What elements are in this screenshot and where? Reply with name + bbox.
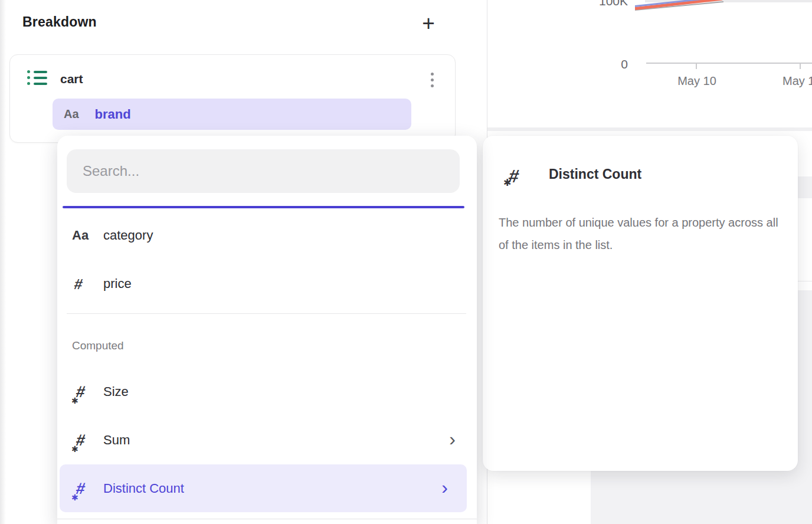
computed-number-icon: #✱ (72, 479, 93, 499)
group-name-cart[interactable]: cart (60, 72, 83, 86)
dropdown-footer-divider (57, 519, 477, 519)
computed-section-header: Computed (72, 339, 124, 352)
x-axis-label-may1x: May 1 (782, 74, 812, 88)
text-type-icon: Aa (72, 228, 89, 243)
x-axis-tick (800, 63, 801, 69)
tooltip-description: The number of unique values for a proper… (499, 211, 783, 256)
add-breakdown-button[interactable]: + (415, 12, 441, 37)
dropdown-item-size[interactable]: #✱ Size (57, 368, 477, 416)
dropdown-item-category[interactable]: Aa category (57, 211, 477, 260)
dropdown-item-distinct-count[interactable]: #✱ Distinct Count › (60, 464, 467, 512)
dropdown-section-divider (67, 313, 466, 314)
chevron-right-icon: › (441, 477, 448, 499)
x-axis-line (646, 63, 812, 64)
x-axis-tick (696, 63, 697, 69)
search-input[interactable] (67, 149, 460, 193)
text-property-icon: Aa (64, 107, 79, 121)
tooltip-title: Distinct Count (549, 166, 641, 182)
selected-property-label: brand (95, 107, 131, 122)
distinct-count-icon: # ✱ (505, 165, 526, 185)
active-tab-indicator (63, 206, 464, 208)
selected-property-pill[interactable]: Aa brand (53, 99, 411, 130)
property-tooltip-card: # ✱ Distinct Count The number of unique … (483, 136, 798, 471)
screen: 100K 0 May 10 May 1 Breakdown + cart Aa … (0, 0, 812, 524)
computed-number-icon: #✱ (72, 430, 93, 450)
group-options-kebab-menu[interactable] (430, 71, 435, 89)
y-axis-tick-0: 0 (613, 57, 628, 71)
dropdown-item-sum[interactable]: #✱ Sum › (57, 416, 477, 464)
breakdown-section-title: Breakdown (22, 14, 97, 30)
computed-number-icon: #✱ (72, 382, 93, 402)
y-axis-tick-100k: 100K (597, 0, 628, 8)
left-edge-shadow (0, 0, 6, 524)
dropdown-item-price[interactable]: # price (57, 260, 477, 308)
line-chart-series (635, 0, 723, 13)
x-axis-label-may10: May 10 (667, 74, 726, 88)
list-property-icon (27, 70, 47, 85)
section-divider-band (487, 127, 812, 131)
number-type-icon: # (73, 276, 84, 293)
property-select-dropdown: Aa category # price Computed #✱ Size #✱ … (57, 136, 477, 524)
chevron-right-icon: › (449, 428, 456, 450)
